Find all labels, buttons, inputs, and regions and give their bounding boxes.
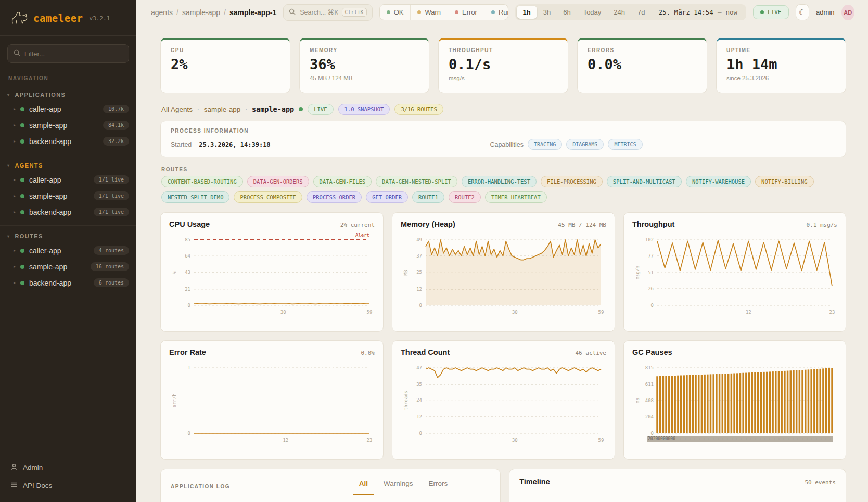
svg-text:0: 0	[419, 431, 422, 436]
filter-label: Error	[462, 8, 477, 16]
tab-warnings[interactable]: Warnings	[377, 478, 419, 495]
svg-text:12: 12	[416, 287, 422, 292]
sidebar-item-backend-app[interactable]: ▸ backend-app 32.2k	[0, 133, 136, 149]
footer-label: Admin	[23, 464, 43, 471]
route-chip[interactable]: DATA-GEN-ORDERS	[247, 176, 309, 187]
route-chip[interactable]: DATA-GEN-FILES	[313, 176, 372, 187]
app-version: v3.2.1	[90, 15, 110, 22]
count-badge: 32.2k	[103, 137, 129, 146]
top-header: agents / sample-app / sample-app-1 Ctrl+…	[136, 0, 868, 24]
stat-label: ERRORS	[588, 47, 697, 53]
count-badge: 1/1 live	[94, 175, 129, 184]
sidebar-item-agent-backend-app[interactable]: ▸ backend-app 1/1 live	[0, 204, 136, 220]
sidebar-item-routes-caller-app[interactable]: ▸ caller-app 4 routes	[0, 242, 136, 259]
svg-text:1: 1	[188, 365, 190, 370]
dark-mode-toggle[interactable]: ☾	[796, 4, 810, 20]
svg-text:0: 0	[419, 303, 422, 308]
route-chip[interactable]: GET-ORDER	[366, 191, 408, 203]
svg-text:msg/s: msg/s	[635, 265, 640, 279]
filter-label: Running	[499, 8, 508, 16]
route-chip[interactable]: FILE-PROCESSING	[541, 176, 603, 187]
svg-text:26: 26	[648, 286, 654, 291]
username: admin	[816, 8, 834, 16]
breadcrumb-sample-app[interactable]: sample-app	[182, 8, 220, 17]
svg-text:0: 0	[651, 431, 654, 436]
all-agents-link[interactable]: All Agents	[161, 106, 193, 113]
item-label: backend-app	[29, 279, 71, 287]
sidebar-item-admin[interactable]: Admin	[0, 458, 136, 477]
sidebar-item-routes-sample-app[interactable]: ▸ sample-app 16 routes	[0, 259, 136, 275]
global-search[interactable]: Ctrl+K	[283, 4, 372, 21]
route-chip[interactable]: DATA-GEN-NESTED-SPLIT	[376, 176, 457, 187]
section-head-applications[interactable]: ▾ APPLICATIONS	[0, 88, 136, 101]
svg-text:ms: ms	[635, 398, 640, 404]
route-chip[interactable]: NOTIFY-BILLING	[755, 176, 814, 187]
route-chip[interactable]: ROUTE2	[449, 191, 481, 203]
svg-text:30: 30	[512, 310, 518, 315]
capability-badge-metrics: METRICS	[608, 139, 642, 150]
route-chip[interactable]: SPLIT-AND-MULTICAST	[607, 176, 682, 187]
route-chip[interactable]: PROCESS-COMPOSITE	[234, 191, 302, 203]
sample-app-link[interactable]: sample-app	[204, 106, 241, 113]
range-7d[interactable]: 7d	[631, 6, 651, 19]
avatar[interactable]: AD	[841, 5, 854, 20]
filter-input[interactable]	[24, 50, 123, 58]
range-6h[interactable]: 6h	[557, 6, 577, 19]
cpu-usage-plot: 856443210%Alert3059	[169, 233, 375, 322]
filter-error[interactable]: Error	[448, 5, 484, 20]
breadcrumb-agents[interactable]: agents	[151, 8, 173, 17]
started-label: Started	[171, 141, 192, 148]
filter-warn[interactable]: Warn	[411, 5, 448, 20]
time-display[interactable]: 25. März 14:54 — now	[652, 6, 745, 19]
route-chip[interactable]: ROUTE1	[412, 191, 444, 203]
sidebar-item-agent-caller-app[interactable]: ▸ caller-app 1/1 live	[0, 172, 136, 188]
caret-down-icon: ▾	[7, 234, 10, 239]
search-input[interactable]	[300, 9, 337, 16]
sidebar-item-sample-app[interactable]: ▸ sample-app 84.1k	[0, 117, 136, 133]
agent-status-dot	[299, 107, 303, 111]
sidebar-filter[interactable]	[7, 44, 129, 63]
filter-running[interactable]: Running	[484, 5, 508, 20]
range-1h[interactable]: 1h	[517, 6, 537, 19]
tab-errors[interactable]: Errors	[422, 478, 454, 495]
range-3h[interactable]: 3h	[537, 6, 557, 19]
sidebar-item-api-docs[interactable]: API Docs	[0, 477, 136, 495]
count-badge: 1/1 live	[94, 191, 129, 200]
count-badge: 1/1 live	[94, 208, 129, 216]
svg-text:0: 0	[188, 303, 190, 308]
range-today[interactable]: Today	[577, 6, 608, 19]
stat-card-errors: ERRORS 0.0%	[577, 38, 707, 93]
sidebar-item-caller-app[interactable]: ▸ caller-app 10.7k	[0, 101, 136, 117]
caret-right-icon: ▸	[14, 264, 16, 269]
route-chip[interactable]: NOTIFY-WAREHOUSE	[686, 176, 751, 187]
sidebar-footer: Admin API Docs	[0, 453, 136, 502]
route-chip[interactable]: CONTENT-BASED-ROUTING	[161, 176, 243, 187]
route-chip[interactable]: PROCESS-ORDER	[307, 191, 362, 203]
tab-all[interactable]: All	[353, 478, 374, 495]
content-area: CPU 2% MEMORY 36% 45 MB / 124 MB THROUGH…	[136, 24, 868, 502]
range-24h[interactable]: 24h	[607, 6, 631, 19]
sidebar-item-agent-sample-app[interactable]: ▸ sample-app 1/1 live	[0, 188, 136, 204]
svg-text:35: 35	[416, 382, 422, 387]
status-dot	[20, 281, 24, 285]
section-head-routes[interactable]: ▾ ROUTES	[0, 230, 136, 242]
status-dot	[20, 178, 24, 182]
time-dash: —	[718, 8, 722, 16]
separator: ·	[245, 106, 247, 112]
live-label: LIVE	[768, 9, 782, 16]
svg-text:51: 51	[648, 270, 654, 275]
live-badge[interactable]: LIVE	[753, 5, 789, 19]
person-icon	[10, 463, 18, 472]
sidebar-item-routes-backend-app[interactable]: ▸ backend-app 6 routes	[0, 275, 136, 291]
route-chip[interactable]: ERROR-HANDLING-TEST	[462, 176, 537, 187]
status-dot	[20, 123, 24, 127]
route-chips: CONTENT-BASED-ROUTING DATA-GEN-ORDERS DA…	[161, 176, 845, 203]
filter-ok[interactable]: OK	[380, 5, 411, 20]
section-head-agents[interactable]: ▾ AGENTS	[0, 159, 136, 172]
svg-text:102: 102	[645, 237, 654, 242]
svg-text:77: 77	[648, 253, 654, 259]
route-chip[interactable]: TIMER-HEARTBEAT	[485, 191, 547, 203]
item-label: sample-app	[29, 192, 67, 200]
memory-heap-plot: 493725120MB3059	[401, 233, 606, 322]
route-chip[interactable]: NESTED-SPLIT-DEMO	[161, 191, 229, 203]
